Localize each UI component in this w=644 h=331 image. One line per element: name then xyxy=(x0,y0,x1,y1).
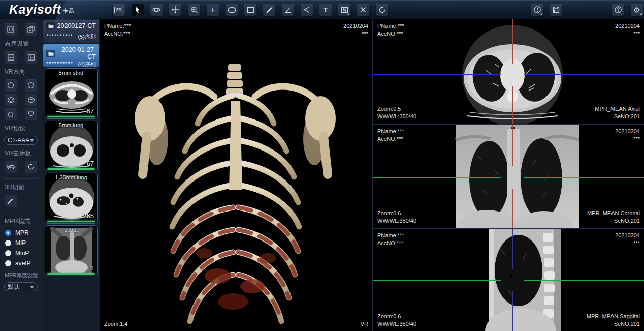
minp-radio-row[interactable]: MinP xyxy=(0,248,42,258)
info-button[interactable] xyxy=(531,4,543,16)
coronal-study-overlay: 20210204 *** xyxy=(615,128,640,143)
sagittal-crosshair-v[interactable] xyxy=(512,291,513,331)
mpr-thickness-select[interactable]: 默认 xyxy=(4,282,38,291)
sagittal-crosshair-v[interactable] xyxy=(512,229,513,269)
crosshair-tool-button[interactable]: + xyxy=(207,4,219,16)
save-button[interactable] xyxy=(550,4,562,16)
remove-bed-button[interactable] xyxy=(5,161,17,173)
vr-preset-select[interactable]: CT-AAA xyxy=(4,136,38,145)
accno-text: AccNO:*** xyxy=(377,30,404,38)
pencil-tool-button[interactable] xyxy=(263,4,275,16)
axial-crosshair-v[interactable] xyxy=(512,19,513,64)
layout-sidebar-button[interactable] xyxy=(25,51,37,64)
thumbnail-item[interactable]: 5mm stnd 67 xyxy=(45,68,98,119)
thumbnail-item[interactable]: scout 1 xyxy=(45,225,98,276)
masked-text: *** xyxy=(615,135,640,143)
rotate-3d-tool-button[interactable] xyxy=(150,4,163,16)
series-item[interactable]: 20200127-CT ********** (5)序列 xyxy=(43,20,99,43)
divider xyxy=(4,178,38,179)
mpr-2d-button[interactable]: 2D xyxy=(113,4,125,16)
radio-icon[interactable] xyxy=(5,260,11,266)
layout-custom-button[interactable] xyxy=(25,23,37,36)
vr-head-front-button[interactable] xyxy=(5,94,17,106)
zoom-tool-button[interactable] xyxy=(188,4,200,16)
app-window: Kayisoft 卡易 2D + xyxy=(0,0,644,331)
vr-bed-label: VR去床板 xyxy=(0,146,42,160)
axial-crosshair-h[interactable] xyxy=(373,74,501,75)
sagittal-patient-overlay: PName:*** AccNO:*** xyxy=(377,232,404,247)
text-tool-icon: T xyxy=(324,7,328,13)
axial-viewport[interactable]: PName:*** AccNO:*** 20210204 *** Zoom:0.… xyxy=(373,19,644,124)
head-bottom-icon xyxy=(27,110,35,117)
seno-text: SeNO:201 xyxy=(595,113,640,121)
vr-head-right-button[interactable] xyxy=(25,79,37,92)
thumbnail-item[interactable]: 1.25mm lung 265 xyxy=(45,173,98,224)
layout-single-button[interactable] xyxy=(5,23,17,36)
delete-tool-button[interactable] xyxy=(357,4,369,16)
vr-head-top-button[interactable] xyxy=(5,108,17,120)
vr-head-back-button[interactable] xyxy=(25,94,37,106)
vr-head-left-button[interactable] xyxy=(5,79,17,92)
text-tool-button[interactable]: T xyxy=(319,4,332,16)
coronal-crosshair-h[interactable] xyxy=(373,177,501,178)
pointer-tool-button[interactable] xyxy=(132,4,144,16)
reset-tool-button[interactable] xyxy=(376,4,388,16)
coronal-viewport[interactable]: PName:*** AccNO:*** 20210204 *** Zoom:0.… xyxy=(373,125,644,228)
thumbnail-label: 5mm stnd xyxy=(45,70,97,76)
window-level-tool-button[interactable] xyxy=(338,4,350,16)
mip-radio-row[interactable]: MIP xyxy=(0,238,42,248)
pname-text: PName:*** xyxy=(377,232,404,239)
pointer-icon xyxy=(134,6,141,13)
main-body: 布局设置 VR方向 xyxy=(0,19,644,331)
ellipse-tool-button[interactable] xyxy=(226,4,238,16)
sagittal-viewport[interactable]: PName:*** AccNO:*** 20210204 *** Zoom:0.… xyxy=(373,229,644,331)
vr-preset-value: CT-AAA xyxy=(8,137,29,144)
thumbnail-item[interactable]: 5mm lung 67 xyxy=(45,121,98,171)
zoom-text: Zoom:0.6 xyxy=(377,313,416,320)
sagittal-crosshair-h[interactable] xyxy=(373,280,501,281)
vr-direction-label: VR方向 xyxy=(0,65,42,78)
coronal-crosshair-v[interactable] xyxy=(512,189,513,228)
restore-bed-button[interactable] xyxy=(25,161,37,173)
coronal-crosshair-h[interactable] xyxy=(524,177,644,178)
radio-icon[interactable] xyxy=(5,240,11,246)
series-item-selected[interactable]: 2020-01-27-CT ********** (4)序列 xyxy=(43,44,99,67)
study-date: 20210204 xyxy=(615,128,640,135)
series-title: 20200127-CT xyxy=(55,22,96,29)
window-level-icon xyxy=(341,7,348,13)
undo-circle-icon xyxy=(27,163,35,170)
mpr-label-text: MPR_MEAN Coronal xyxy=(587,209,640,217)
mpr-2d-icon: 2D xyxy=(114,7,123,13)
vr-direction-row3 xyxy=(0,107,42,121)
radio-icon[interactable] xyxy=(5,250,11,256)
coronal-zoom-overlay: Zoom:0.6 WW/WL:350/40 xyxy=(377,209,416,225)
cut-3d-button[interactable] xyxy=(5,195,17,207)
rectangle-tool-button[interactable] xyxy=(244,4,256,16)
left-sidebar: 布局设置 VR方向 xyxy=(0,19,42,331)
aveip-radio-row[interactable]: aveIP xyxy=(0,258,42,268)
mpr-radio-row[interactable]: MPR xyxy=(0,228,42,238)
cobb-angle-tool-button[interactable] xyxy=(301,4,313,16)
help-icon xyxy=(614,6,622,14)
vr-zoom-overlay: Zoom:1.4 xyxy=(104,320,127,328)
layout-grid-button[interactable] xyxy=(5,51,17,64)
pname-text: PName:*** xyxy=(104,22,131,30)
aveip-radio-label: aveIP xyxy=(15,260,31,267)
coronal-crosshair-v[interactable] xyxy=(512,125,513,166)
vr-viewport[interactable]: PName:*** AccNO:*** 20210204 *** Zoom:1.… xyxy=(100,19,372,331)
study-date: 20210204 xyxy=(343,22,368,30)
angle-tool-button[interactable] xyxy=(282,4,294,16)
sagittal-crosshair-h[interactable] xyxy=(524,280,644,281)
vr-direction-row1 xyxy=(0,78,42,93)
seno-text: SeNO:201 xyxy=(587,217,640,225)
zoom-text: Zoom:0.5 xyxy=(377,105,416,113)
thumbnail-count: 1 xyxy=(90,264,94,272)
settings-button[interactable]: ⚙ xyxy=(631,4,643,16)
radio-checked-icon[interactable] xyxy=(5,230,11,236)
mip-radio-label: MIP xyxy=(15,239,26,247)
axial-crosshair-h[interactable] xyxy=(524,74,644,75)
axial-crosshair-v[interactable] xyxy=(512,86,513,124)
vr-head-bottom-button[interactable] xyxy=(25,108,37,120)
pan-tool-button[interactable] xyxy=(169,4,181,16)
help-button[interactable] xyxy=(612,4,624,16)
